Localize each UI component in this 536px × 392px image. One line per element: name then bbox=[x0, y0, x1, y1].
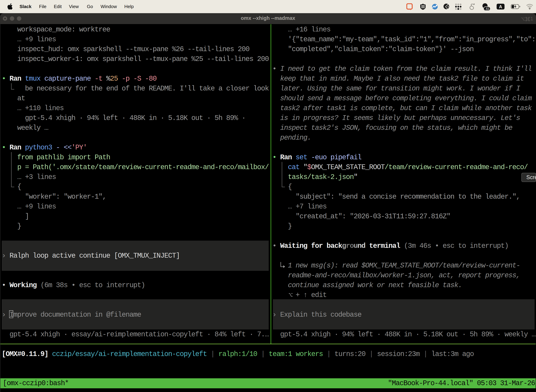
svg-text:..61: ..61 bbox=[484, 7, 489, 10]
svg-text:A: A bbox=[499, 4, 502, 9]
